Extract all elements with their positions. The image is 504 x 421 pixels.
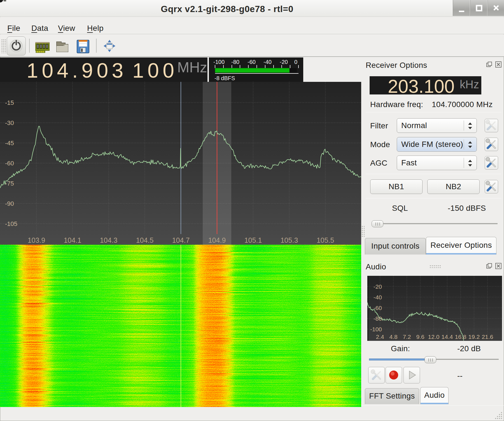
svg-text:21.6: 21.6: [482, 334, 493, 340]
svg-text:105.1: 105.1: [244, 236, 262, 244]
svg-text:14.4: 14.4: [442, 334, 453, 340]
svg-text:104.1: 104.1: [64, 236, 81, 244]
svg-text:12.0: 12.0: [428, 334, 440, 340]
svg-text:104.3: 104.3: [100, 236, 118, 244]
svg-text:105.3: 105.3: [281, 236, 298, 244]
svg-text:104.9: 104.9: [208, 236, 226, 244]
svg-text:-60: -60: [5, 160, 14, 167]
svg-text:105.5: 105.5: [317, 236, 334, 244]
svg-text:-100: -100: [370, 326, 382, 332]
svg-text:-60: -60: [374, 305, 382, 311]
svg-text:-20: -20: [374, 283, 382, 290]
svg-text:-90: -90: [5, 200, 14, 207]
svg-text:-30: -30: [5, 119, 14, 126]
svg-text:19.2: 19.2: [468, 334, 480, 340]
svg-text:104.7: 104.7: [172, 236, 190, 244]
svg-text:-45: -45: [5, 140, 14, 147]
svg-text:-15: -15: [5, 99, 14, 106]
svg-text:103.9: 103.9: [28, 236, 45, 244]
svg-text:-40: -40: [374, 294, 382, 300]
svg-text:16.8: 16.8: [455, 334, 466, 340]
svg-text:104.5: 104.5: [136, 236, 154, 244]
svg-text:-75: -75: [5, 180, 14, 187]
svg-text:-105: -105: [5, 220, 17, 227]
svg-text:2.4: 2.4: [376, 334, 384, 340]
svg-text:7.2: 7.2: [403, 334, 411, 340]
svg-text:9.6: 9.6: [416, 334, 424, 340]
svg-text:4.8: 4.8: [389, 334, 397, 340]
svg-text:-80: -80: [374, 315, 382, 322]
